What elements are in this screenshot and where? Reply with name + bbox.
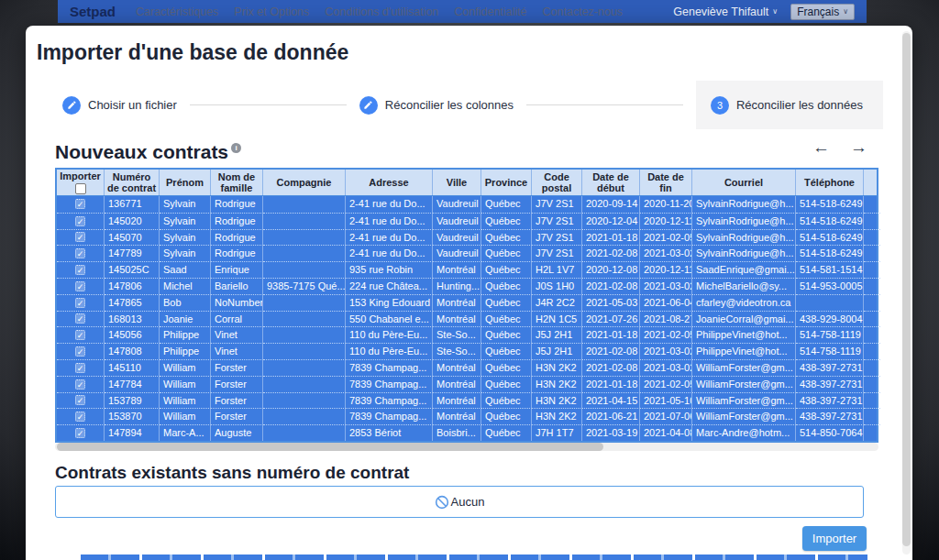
table-cell: 2021-02-05 [640,376,692,392]
overlay-background: Setpad CaractéristiquesPrix et OptionsCo… [0,0,939,560]
table-row[interactable]: ✓153870WilliamForster7839 Champag...Mont… [57,408,877,424]
nav-link[interactable]: Contactez-nous [543,5,624,18]
row-check-cell: ✓ [57,424,105,441]
table-cell: 2021-02-05 [640,229,692,246]
step-2[interactable]: Réconcilier les colonnes [359,96,514,115]
table-cell: 136771 [105,196,160,213]
row-checkbox-checked[interactable]: ✓ [75,330,85,340]
table-cell: 514-518-6249 [796,213,864,229]
table-cell-partial [864,424,880,441]
vertical-scrollbar-thumb[interactable] [902,33,911,546]
table-cell: 168013 [105,311,160,327]
brand-logo[interactable]: Setpad [70,4,116,19]
vertical-scrollbar[interactable] [902,31,911,555]
info-icon[interactable]: i [231,143,241,153]
row-checkbox-checked[interactable]: ✓ [75,428,85,438]
table-cell: Québec [481,343,532,359]
table-row[interactable]: ✓147894Marc-A...Auguste2853 BériotBoisbr… [57,424,877,441]
nav-link[interactable]: Prix et Options [234,5,309,18]
step-1[interactable]: Choisir un fichier [62,96,177,115]
nav-link[interactable]: Caractéristiques [136,5,218,18]
step-number-badge: 3 [711,96,729,115]
table-cell: J0S 1H0 [532,278,582,294]
row-checkbox-checked[interactable]: ✓ [75,313,85,324]
table-row[interactable]: ✓168013JoanieCorral550 Chabanel e...Mont… [57,311,877,327]
column-header[interactable]: Téléphone [796,170,864,195]
horizontal-scrollbar-thumb[interactable] [57,443,603,451]
table-cell: Michel [160,278,211,294]
column-header[interactable]: Prénom [160,170,211,195]
nav-link[interactable]: Confidentialité [454,5,526,18]
table-cell: Sylvain [160,229,211,246]
column-header[interactable]: Ville [433,170,481,195]
row-checkbox-checked[interactable]: ✓ [75,248,85,258]
table-row[interactable]: ✓147784WilliamForster7839 Champag...Mont… [57,376,877,392]
row-checkbox-checked[interactable]: ✓ [75,379,85,390]
row-checkbox-checked[interactable]: ✓ [75,395,85,405]
language-label: Français [797,5,839,18]
table-cell: Vaudreuil [433,245,481,261]
table-row[interactable]: ✓147808PhilippeVinet110 du Père-Eu...Ste… [57,343,877,359]
next-page-arrow-icon[interactable]: → [850,137,867,158]
row-check-cell: ✓ [57,392,105,409]
column-header[interactable]: Courriel [692,170,796,195]
table-row[interactable]: ✓145020SylvainRodrigue2-41 rue du Do...V… [57,213,877,229]
column-header[interactable]: Code postal [532,170,582,195]
table-row[interactable]: ✓147865BobNoNumber153 King EdouardMontré… [57,294,877,311]
table-cell: JoanieCorral@gmai... [692,311,796,327]
table-cell: J7V 2S1 [532,213,582,229]
table-cell: Québec [481,278,532,294]
table-cell: 2021-07-06 [640,408,692,424]
step-edit-badge [359,96,378,115]
table-cell: 147865 [105,294,160,311]
table-cell: WilliamForster@gm... [692,392,796,409]
row-checkbox-checked[interactable]: ✓ [75,199,85,209]
column-header[interactable]: Province [481,170,532,195]
row-checkbox-checked[interactable]: ✓ [75,298,85,308]
table-row[interactable]: ✓145070SylvainRodrigue2-41 rue du Do...V… [57,229,877,246]
row-checkbox-checked[interactable]: ✓ [75,281,85,291]
step-3[interactable]: 3Réconcilier les données [696,81,883,129]
table-cell: William [160,392,211,409]
table-cell: 2021-04-15 [582,392,640,409]
user-menu[interactable]: Geneviève Thifault ∨ [673,5,778,18]
step-label: Réconcilier les données [736,98,863,112]
language-select[interactable]: Français ∨ [790,4,855,20]
row-checkbox-checked[interactable]: ✓ [75,232,85,242]
table-cell: 2021-03-02 [640,278,692,294]
column-header[interactable]: Compagnie [263,170,346,195]
column-header[interactable]: Adresse [346,170,433,195]
table-cell-partial [864,376,880,392]
column-header-importer[interactable]: Importer [57,170,105,195]
existing-contracts-empty-box: Aucun [55,486,864,518]
table-cell: Québec [481,245,532,261]
table-cell: 2021-02-08 [582,278,640,294]
table-cell: Philippe [160,326,211,343]
table-cell: 2021-05-03 [582,294,640,311]
row-checkbox-checked[interactable]: ✓ [75,265,85,275]
table-row[interactable]: ✓147806MichelBariello9385-7175 Qué...224… [57,278,877,294]
row-checkbox-checked[interactable]: ✓ [75,216,85,226]
table-row[interactable]: ✓145056PhilippeVinet110 du Père-Eu...Ste… [57,326,877,343]
select-all-checkbox[interactable] [75,183,86,194]
column-header[interactable]: Numéro de contrat [105,170,160,195]
row-checkbox-checked[interactable]: ✓ [75,346,85,357]
table-row[interactable]: ✓153789WilliamForster7839 Champag...Mont… [57,392,877,409]
horizontal-scrollbar[interactable] [55,443,878,451]
nav-link[interactable]: Conditions d'utilisation [325,5,438,18]
column-header[interactable]: Date de début [582,170,640,195]
column-header[interactable]: Nom de famille [211,170,263,195]
previous-page-arrow-icon[interactable]: ← [812,137,830,158]
table-row[interactable]: ✓145025CSaadEnrique935 rue RobinMontréal… [57,261,877,278]
column-header[interactable]: Date de fin [640,170,692,195]
import-button[interactable]: Importer [802,526,867,551]
table-cell: 2020-09-14 [582,196,640,213]
table-cell: 9385-7175 Qué... [263,278,346,294]
row-checkbox-checked[interactable]: ✓ [75,363,85,373]
table-row[interactable]: ✓136771SylvainRodrigue2-41 rue du Do...V… [57,196,877,213]
table-cell: Vaudreuil [433,229,481,246]
table-row[interactable]: ✓147789SylvainRodrigue2-41 rue du Do...V… [57,245,877,261]
row-checkbox-checked[interactable]: ✓ [75,412,85,422]
table-cell: Québec [481,376,532,392]
table-row[interactable]: ✓145110WilliamForster7839 Champag...Mont… [57,359,877,376]
